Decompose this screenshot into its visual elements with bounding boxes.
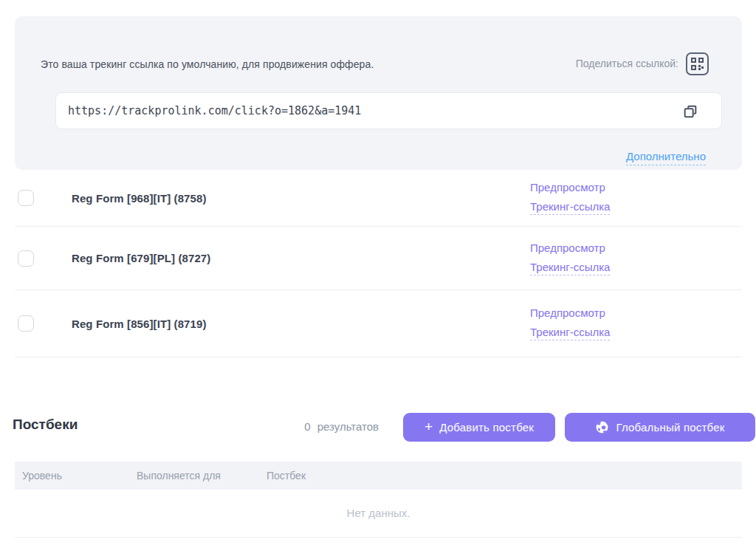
more-options-link[interactable]: Дополнительно: [626, 150, 706, 165]
add-postback-label: Добавить постбек: [439, 421, 534, 434]
share-link-label: Поделиться ссылкой:: [576, 52, 678, 75]
preview-link[interactable]: Предпросмотр: [530, 181, 605, 193]
landing-title: Reg Form [679][PL] (8727): [72, 252, 210, 264]
postbacks-title: Постбеки: [13, 417, 78, 433]
copy-link-button[interactable]: [681, 103, 699, 120]
row-links: Предпросмотр Трекинг-ссылка: [530, 170, 610, 226]
tracking-link[interactable]: Трекинг-ссылка: [530, 200, 610, 215]
copy-icon: [682, 103, 698, 120]
global-postback-button[interactable]: Глобальный постбек: [565, 413, 755, 442]
row-checkbox[interactable]: [18, 315, 34, 332]
row-checkbox[interactable]: [18, 190, 34, 206]
empty-state-text: Нет данных.: [15, 507, 742, 519]
qr-code-icon: [691, 58, 704, 70]
add-postback-button[interactable]: + Добавить постбек: [403, 413, 555, 442]
tracking-url-input[interactable]: [55, 92, 722, 129]
column-header-postback: Постбек: [267, 470, 306, 482]
landings-list: Reg Form [968][IT] (8758) Предпросмотр Т…: [15, 170, 742, 357]
globe-icon: [595, 420, 609, 434]
landing-title: Reg Form [968][IT] (8758): [72, 192, 207, 205]
results-counter: 0 результатов: [304, 420, 379, 433]
row-links: Предпросмотр Трекинг-ссылка: [530, 290, 610, 357]
plus-icon: +: [425, 419, 433, 434]
global-postback-label: Глобальный постбек: [616, 421, 724, 434]
landing-row: Reg Form [968][IT] (8758) Предпросмотр Т…: [15, 170, 742, 227]
landing-row: Reg Form [679][PL] (8727) Предпросмотр Т…: [15, 227, 742, 290]
tracking-link-description: Это ваша трекинг ссылка по умолчанию, дл…: [41, 58, 374, 70]
qr-code-button[interactable]: [686, 52, 709, 75]
landing-row: Reg Form [856][IT] (8719) Предпросмотр Т…: [15, 290, 742, 357]
results-count-label: результатов: [317, 420, 379, 433]
tracking-link[interactable]: Трекинг-ссылка: [530, 261, 610, 275]
column-header-run-for: Выполняется для: [137, 470, 267, 482]
preview-link[interactable]: Предпросмотр: [530, 306, 605, 319]
row-checkbox[interactable]: [18, 250, 34, 267]
landing-title: Reg Form [856][IT] (8719): [72, 318, 207, 330]
row-links: Предпросмотр Трекинг-ссылка: [530, 227, 610, 290]
column-header-level: Уровень: [22, 470, 137, 482]
postbacks-table-header: Уровень Выполняется для Постбек: [15, 462, 742, 490]
preview-link[interactable]: Предпросмотр: [530, 242, 605, 254]
bottom-divider: [15, 537, 742, 538]
results-count: 0: [304, 420, 310, 433]
share-link-group: Поделиться ссылкой:: [576, 52, 709, 75]
tracking-link[interactable]: Трекинг-ссылка: [530, 326, 610, 340]
tracking-link-card: Это ваша трекинг ссылка по умолчанию, дл…: [15, 16, 742, 170]
